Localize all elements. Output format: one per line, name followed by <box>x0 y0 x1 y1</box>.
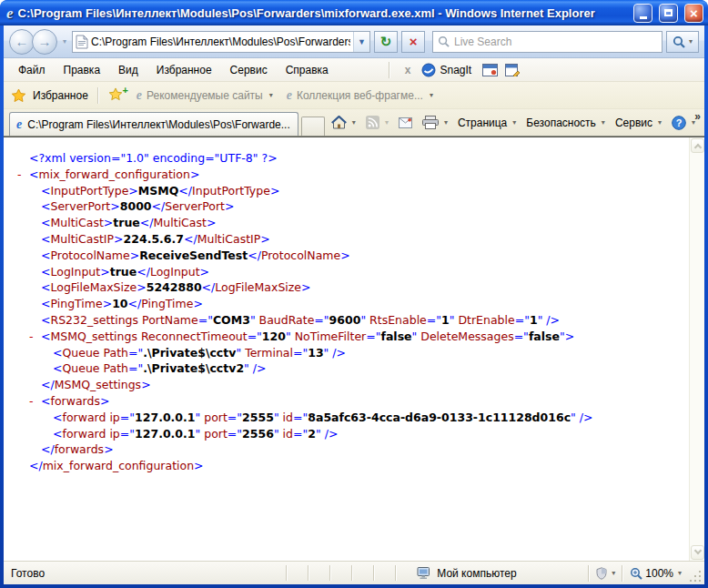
xml-value: false <box>529 329 560 343</box>
safety-menu-button[interactable]: Безопасность ▾ <box>522 115 609 131</box>
chevron-down-icon: ▾ <box>602 118 605 127</box>
close-button[interactable]: × <box>684 4 703 23</box>
address-dropdown-button[interactable]: ▼ <box>353 32 369 52</box>
snagit-toolbar-close[interactable]: x <box>398 64 419 76</box>
xml-markup: < <box>53 411 62 424</box>
read-mail-button[interactable] <box>395 116 416 130</box>
history-dropdown-icon[interactable]: ▾ <box>63 37 66 46</box>
tools-menu-label: Сервис <box>615 117 652 129</box>
search-input[interactable] <box>454 35 657 48</box>
xml-name: forward <box>62 411 106 424</box>
xml-markup: </ <box>137 265 150 279</box>
xml-name: LogFileMaxSize <box>215 280 301 294</box>
xml-markup: </ <box>178 184 192 198</box>
xml-line: <forward ip="127.0.0.1" port="2555" id="… <box>4 410 689 426</box>
suggested-sites-button[interactable]: e Рекомендуемые сайты ▾ <box>133 89 277 102</box>
resize-grip[interactable] <box>690 570 702 582</box>
smartscreen-button[interactable]: ▾ <box>590 567 622 580</box>
refresh-button[interactable]: ↻ <box>374 31 398 53</box>
scroll-down-button[interactable] <box>691 545 704 560</box>
xml-value: 2555 <box>242 411 274 424</box>
back-button[interactable]: ← <box>9 29 35 55</box>
toolbar-overflow-button[interactable]: » <box>694 110 701 123</box>
status-bar: Готово Мой компьютер ▾ 100% <box>4 561 704 584</box>
zone-label: Мой компьютер <box>437 567 516 580</box>
xml-value: COM3 <box>213 313 250 327</box>
xml-line: <LogFileMaxSize>5242880</LogFileMaxSize> <box>4 279 689 296</box>
xml-name: Queue <box>62 346 99 360</box>
snagit-capture-window-button[interactable] <box>482 64 498 76</box>
minimize-button[interactable] <box>633 4 652 23</box>
collapse-toggle[interactable]: - <box>29 393 41 410</box>
search-go-button[interactable]: ▾ <box>666 31 699 53</box>
scroll-up-button[interactable] <box>691 138 704 153</box>
chevron-down-icon: ▾ <box>430 91 433 99</box>
stop-button[interactable]: × <box>401 31 425 53</box>
tab-bar: e C:\Program Files\Интеллект\Modules\Pos… <box>4 109 704 137</box>
xml-value: .\Private$\cctv2 <box>143 361 244 375</box>
page-menu-button[interactable]: Страница ▾ <box>454 115 520 131</box>
xml-markup: =" <box>228 427 242 441</box>
zoom-control[interactable]: 100% ▾ <box>623 567 688 580</box>
menu-file[interactable]: Файл <box>9 60 55 80</box>
xml-name: LogFileMaxSize <box>50 280 137 294</box>
xml-markup: < <box>41 265 50 279</box>
xml-name: InputPortType <box>50 184 128 198</box>
home-button[interactable]: ▾ <box>328 114 359 131</box>
menu-help[interactable]: Справка <box>277 60 338 80</box>
xml-value: 5242880 <box>147 280 202 294</box>
xml-value: 2 <box>308 427 316 441</box>
maximize-button[interactable] <box>659 4 678 23</box>
address-input[interactable] <box>91 35 350 48</box>
snagit-capture-region-button[interactable] <box>505 64 521 76</box>
tools-menu-button[interactable]: Сервис ▾ <box>612 115 665 131</box>
print-button[interactable]: ▾ <box>419 114 451 131</box>
xml-name: PortName <box>138 313 198 327</box>
favorites-button[interactable]: Избранное <box>33 89 88 102</box>
xml-value: 13 <box>308 346 323 360</box>
snagit-button[interactable]: SnagIt <box>418 63 475 77</box>
xml-markup: </ <box>248 248 261 262</box>
chevron-down-icon: ▾ <box>678 569 682 577</box>
xml-markup: =" <box>120 427 135 441</box>
xml-markup: " /> <box>324 346 346 360</box>
xml-name: Path <box>100 346 128 360</box>
collapse-toggle[interactable]: - <box>17 167 29 183</box>
xml-markup: " /> <box>571 411 592 424</box>
chevron-down-icon[interactable]: ▾ <box>444 118 448 127</box>
xml-markup: </ <box>29 459 43 472</box>
stop-icon: × <box>410 34 418 49</box>
active-tab[interactable]: e C:\Program Files\Интеллект\Modules\Pos… <box>9 112 298 136</box>
address-bar[interactable]: ▼ <box>72 31 370 53</box>
command-bar: ▾ ▾ ▾ Страница ▾ Безопаснос <box>325 112 699 136</box>
xml-markup: =" <box>228 411 242 424</box>
ie-tab-icon: e <box>16 118 22 131</box>
menu-edit[interactable]: Правка <box>55 60 110 80</box>
title-bar[interactable]: e C:\Program Files\Интеллект\Modules\Pos… <box>0 0 708 25</box>
web-slices-button[interactable]: e Коллекция веб-фрагме... ▾ <box>283 89 437 102</box>
home-icon <box>331 116 347 129</box>
chevron-down-icon[interactable]: ▾ <box>352 118 356 127</box>
navigation-bar: ← → ▾ ▼ ↻ × ▾ <box>4 25 704 58</box>
xml-markup: < <box>53 427 62 441</box>
feeds-button[interactable]: ▾ <box>362 114 392 131</box>
window-title: C:\Program Files\Интеллект\Modules\Pos\F… <box>18 6 627 20</box>
vertical-scrollbar[interactable] <box>689 137 704 561</box>
search-box[interactable] <box>432 31 662 53</box>
new-tab-button[interactable] <box>301 117 325 136</box>
add-favorite-button[interactable]: + <box>108 87 126 104</box>
forward-button[interactable]: → <box>32 29 57 55</box>
rss-icon <box>366 116 379 129</box>
refresh-icon: ↻ <box>380 34 392 50</box>
menu-tools[interactable]: Сервис <box>221 60 277 80</box>
separator <box>308 565 309 581</box>
xml-markup: < <box>41 199 50 213</box>
xml-markup: < <box>41 184 50 198</box>
menu-view[interactable]: Вид <box>109 60 147 80</box>
snagit-label: SnagIt <box>440 64 471 76</box>
menu-favorites[interactable]: Избранное <box>147 60 221 80</box>
xml-name: MultiCast <box>50 216 103 229</box>
collapse-toggle[interactable]: - <box>29 329 41 345</box>
search-options-dropdown-icon[interactable]: ▾ <box>689 37 693 46</box>
xml-markup: > <box>190 167 199 181</box>
